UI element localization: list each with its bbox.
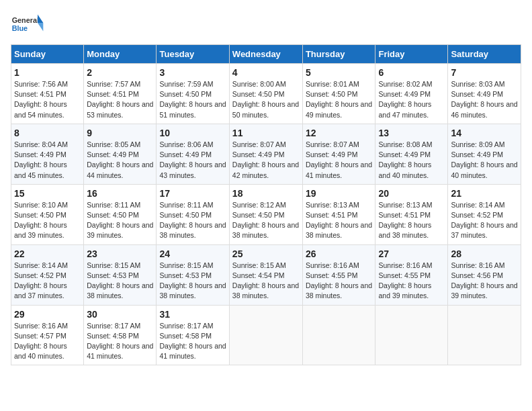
calendar-cell: 31 Sunrise: 8:17 AM Sunset: 4:58 PM Dayl…	[157, 305, 229, 365]
day-number: 12	[306, 128, 373, 138]
day-header-saturday: Saturday	[448, 45, 521, 64]
day-number: 8	[14, 128, 81, 138]
day-detail: Sunrise: 8:16 AM Sunset: 4:55 PM Dayligh…	[306, 261, 373, 302]
day-detail: Sunrise: 8:17 AM Sunset: 4:58 PM Dayligh…	[87, 321, 153, 362]
day-number: 20	[378, 188, 445, 199]
day-number: 31	[159, 309, 226, 320]
day-detail: Sunrise: 8:07 AM Sunset: 4:49 PM Dayligh…	[232, 140, 300, 181]
calendar-cell: 2 Sunrise: 7:57 AM Sunset: 4:51 PM Dayli…	[84, 64, 157, 124]
day-detail: Sunrise: 8:13 AM Sunset: 4:51 PM Dayligh…	[378, 200, 445, 241]
day-detail: Sunrise: 8:12 AM Sunset: 4:50 PM Dayligh…	[232, 200, 300, 241]
day-detail: Sunrise: 8:14 AM Sunset: 4:52 PM Dayligh…	[14, 261, 81, 302]
day-number: 2	[87, 67, 153, 78]
day-header-sunday: Sunday	[11, 45, 84, 64]
calendar-week-3: 15 Sunrise: 8:10 AM Sunset: 4:50 PM Dayl…	[11, 184, 521, 244]
day-number: 15	[14, 188, 81, 199]
day-number: 16	[87, 188, 153, 199]
day-detail: Sunrise: 8:00 AM Sunset: 4:50 PM Dayligh…	[232, 79, 300, 120]
day-header-tuesday: Tuesday	[157, 45, 229, 64]
day-number: 11	[232, 128, 300, 138]
day-number: 22	[14, 248, 81, 259]
day-number: 21	[451, 188, 518, 199]
calendar-cell: 15 Sunrise: 8:10 AM Sunset: 4:50 PM Dayl…	[11, 184, 84, 244]
day-detail: Sunrise: 7:57 AM Sunset: 4:51 PM Dayligh…	[87, 79, 153, 120]
day-number: 9	[87, 128, 153, 138]
calendar-cell	[302, 305, 375, 365]
svg-text:Blue: Blue	[12, 24, 28, 32]
calendar-cell: 1 Sunrise: 7:56 AM Sunset: 4:51 PM Dayli…	[11, 64, 84, 124]
day-number: 5	[306, 67, 373, 78]
day-detail: Sunrise: 8:15 AM Sunset: 4:53 PM Dayligh…	[159, 261, 226, 302]
calendar-cell: 21 Sunrise: 8:14 AM Sunset: 4:52 PM Dayl…	[448, 184, 521, 244]
day-detail: Sunrise: 7:59 AM Sunset: 4:50 PM Dayligh…	[159, 79, 226, 120]
day-detail: Sunrise: 7:56 AM Sunset: 4:51 PM Dayligh…	[14, 79, 81, 120]
calendar-cell: 14 Sunrise: 8:09 AM Sunset: 4:49 PM Dayl…	[448, 124, 521, 184]
day-number: 27	[378, 248, 445, 259]
calendar-cell: 13 Sunrise: 8:08 AM Sunset: 4:49 PM Dayl…	[375, 124, 448, 184]
calendar-cell: 7 Sunrise: 8:03 AM Sunset: 4:49 PM Dayli…	[448, 64, 521, 124]
day-detail: Sunrise: 8:11 AM Sunset: 4:50 PM Dayligh…	[87, 200, 153, 241]
calendar-cell: 24 Sunrise: 8:15 AM Sunset: 4:53 PM Dayl…	[157, 244, 229, 305]
calendar-cell	[375, 305, 448, 365]
svg-marker-3	[38, 23, 43, 32]
day-number: 14	[451, 128, 518, 138]
calendar-cell: 22 Sunrise: 8:14 AM Sunset: 4:52 PM Dayl…	[11, 244, 84, 305]
calendar-cell: 9 Sunrise: 8:05 AM Sunset: 4:49 PM Dayli…	[84, 124, 157, 184]
calendar-body: 1 Sunrise: 7:56 AM Sunset: 4:51 PM Dayli…	[11, 64, 521, 365]
calendar-cell: 4 Sunrise: 8:00 AM Sunset: 4:50 PM Dayli…	[229, 64, 302, 124]
day-header-wednesday: Wednesday	[229, 45, 302, 64]
calendar-cell	[229, 305, 302, 365]
calendar-cell: 20 Sunrise: 8:13 AM Sunset: 4:51 PM Dayl…	[375, 184, 448, 244]
day-detail: Sunrise: 8:01 AM Sunset: 4:50 PM Dayligh…	[306, 79, 373, 120]
day-detail: Sunrise: 8:04 AM Sunset: 4:49 PM Dayligh…	[14, 140, 81, 181]
day-detail: Sunrise: 8:07 AM Sunset: 4:49 PM Dayligh…	[306, 140, 373, 181]
day-detail: Sunrise: 8:16 AM Sunset: 4:55 PM Dayligh…	[378, 261, 445, 302]
day-number: 26	[306, 248, 373, 259]
day-number: 19	[306, 188, 373, 199]
day-number: 1	[14, 67, 81, 78]
calendar-cell: 6 Sunrise: 8:02 AM Sunset: 4:49 PM Dayli…	[375, 64, 448, 124]
calendar-cell: 23 Sunrise: 8:15 AM Sunset: 4:53 PM Dayl…	[84, 244, 157, 305]
day-detail: Sunrise: 8:09 AM Sunset: 4:49 PM Dayligh…	[451, 140, 518, 181]
calendar-cell: 25 Sunrise: 8:15 AM Sunset: 4:54 PM Dayl…	[229, 244, 302, 305]
day-detail: Sunrise: 8:10 AM Sunset: 4:50 PM Dayligh…	[14, 200, 81, 241]
calendar-cell: 17 Sunrise: 8:11 AM Sunset: 4:50 PM Dayl…	[157, 184, 229, 244]
day-detail: Sunrise: 8:15 AM Sunset: 4:54 PM Dayligh…	[232, 261, 300, 302]
day-detail: Sunrise: 8:13 AM Sunset: 4:51 PM Dayligh…	[306, 200, 373, 241]
logo-icon: General Blue	[11, 11, 44, 38]
svg-text:General: General	[12, 16, 39, 24]
day-detail: Sunrise: 8:15 AM Sunset: 4:53 PM Dayligh…	[87, 261, 153, 302]
day-number: 3	[159, 67, 226, 78]
day-detail: Sunrise: 8:02 AM Sunset: 4:49 PM Dayligh…	[378, 79, 445, 120]
day-header-friday: Friday	[375, 45, 448, 64]
calendar-week-5: 29 Sunrise: 8:16 AM Sunset: 4:57 PM Dayl…	[11, 305, 521, 365]
day-number: 6	[378, 67, 445, 78]
day-detail: Sunrise: 8:17 AM Sunset: 4:58 PM Dayligh…	[159, 321, 226, 362]
day-detail: Sunrise: 8:16 AM Sunset: 4:57 PM Dayligh…	[14, 321, 81, 362]
calendar-cell: 5 Sunrise: 8:01 AM Sunset: 4:50 PM Dayli…	[302, 64, 375, 124]
calendar-cell: 10 Sunrise: 8:06 AM Sunset: 4:49 PM Dayl…	[157, 124, 229, 184]
day-header-monday: Monday	[84, 45, 157, 64]
calendar-cell: 29 Sunrise: 8:16 AM Sunset: 4:57 PM Dayl…	[11, 305, 84, 365]
calendar-cell: 30 Sunrise: 8:17 AM Sunset: 4:58 PM Dayl…	[84, 305, 157, 365]
day-number: 18	[232, 188, 300, 199]
calendar-week-4: 22 Sunrise: 8:14 AM Sunset: 4:52 PM Dayl…	[11, 244, 521, 305]
calendar-cell: 8 Sunrise: 8:04 AM Sunset: 4:49 PM Dayli…	[11, 124, 84, 184]
day-number: 24	[159, 248, 226, 259]
day-number: 17	[159, 188, 226, 199]
calendar-cell: 16 Sunrise: 8:11 AM Sunset: 4:50 PM Dayl…	[84, 184, 157, 244]
calendar-cell: 11 Sunrise: 8:07 AM Sunset: 4:49 PM Dayl…	[229, 124, 302, 184]
calendar-cell: 26 Sunrise: 8:16 AM Sunset: 4:55 PM Dayl…	[302, 244, 375, 305]
day-detail: Sunrise: 8:03 AM Sunset: 4:49 PM Dayligh…	[451, 79, 518, 120]
calendar-cell: 3 Sunrise: 7:59 AM Sunset: 4:50 PM Dayli…	[157, 64, 229, 124]
day-detail: Sunrise: 8:08 AM Sunset: 4:49 PM Dayligh…	[378, 140, 445, 181]
day-detail: Sunrise: 8:06 AM Sunset: 4:49 PM Dayligh…	[159, 140, 226, 181]
day-detail: Sunrise: 8:16 AM Sunset: 4:56 PM Dayligh…	[451, 261, 518, 302]
calendar-week-2: 8 Sunrise: 8:04 AM Sunset: 4:49 PM Dayli…	[11, 124, 521, 184]
day-number: 7	[451, 67, 518, 78]
calendar-header-row: SundayMondayTuesdayWednesdayThursdayFrid…	[11, 45, 521, 64]
calendar-cell: 18 Sunrise: 8:12 AM Sunset: 4:50 PM Dayl…	[229, 184, 302, 244]
day-number: 23	[87, 248, 153, 259]
day-number: 13	[378, 128, 445, 138]
day-number: 25	[232, 248, 300, 259]
